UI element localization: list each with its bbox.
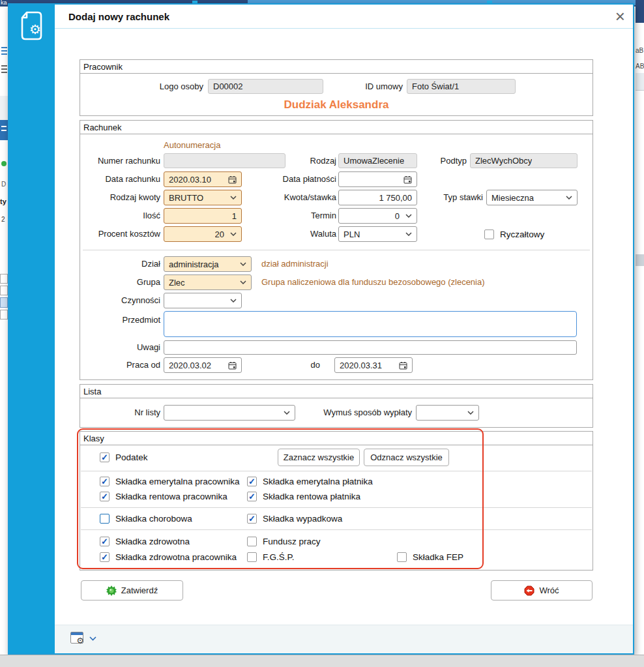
section-lista-title: Lista bbox=[80, 385, 593, 398]
termin-select[interactable]: 0 bbox=[338, 208, 417, 224]
fep-checkbox[interactable] bbox=[397, 552, 407, 562]
emerytalna-pracownika-label: Składka emerytalna pracownika bbox=[115, 477, 240, 486]
termin-label: Termin bbox=[211, 208, 336, 224]
zdrowotna-pracownika-label: Składka zdrowotna pracownika bbox=[115, 552, 237, 562]
podtyp-field[interactable]: ZlecWychObcy bbox=[470, 153, 578, 168]
podatek-checkbox[interactable]: ✓ bbox=[100, 452, 110, 462]
fgsp-row[interactable]: F.G.Ś.P. bbox=[247, 552, 295, 563]
grupa-label: Grupa bbox=[80, 274, 160, 290]
podatek-checkbox-row[interactable]: ✓ Podatek bbox=[100, 452, 148, 463]
czynnosci-select[interactable] bbox=[164, 293, 242, 308]
kwota-stawka-input[interactable]: 1 750,00 bbox=[338, 190, 417, 205]
ilosc-label: Ilość bbox=[80, 208, 160, 224]
id-umowy-field[interactable]: Foto Świat/1 bbox=[407, 79, 516, 94]
wypadkowa-row[interactable]: ✓ Składka wypadkowa bbox=[247, 513, 342, 524]
przedmiot-textarea[interactable] bbox=[164, 311, 577, 337]
odznacz-wszystkie-button[interactable]: Odznacz wszystkie bbox=[364, 449, 449, 466]
praca-od-field[interactable]: 2020.03.02 bbox=[164, 357, 242, 373]
ryczaltowy-checkbox-row[interactable]: Ryczałtowy bbox=[484, 229, 544, 240]
background-fragment bbox=[1, 65, 7, 67]
grupa-select[interactable]: Zlec bbox=[164, 274, 252, 290]
fep-row[interactable]: Składka FEP bbox=[397, 552, 463, 563]
calendar-icon[interactable] bbox=[403, 175, 412, 184]
typ-stawki-select[interactable]: Miesieczna bbox=[486, 190, 578, 205]
zdrowotna-pracownika-row[interactable]: ✓ Składka zdrowotna pracownika bbox=[100, 552, 237, 563]
zaznacz-wszystkie-button[interactable]: Zaznacz wszystkie bbox=[278, 449, 360, 466]
ryczaltowy-checkbox[interactable] bbox=[484, 230, 494, 239]
rentowa-platnika-row[interactable]: ✓ Składka rentowa płatnika bbox=[247, 491, 360, 502]
dzial-select[interactable]: administracja bbox=[164, 256, 252, 272]
window-settings-icon[interactable]: ⚙ bbox=[70, 632, 83, 644]
chorobowa-row[interactable]: Składka chorobowa bbox=[100, 513, 192, 524]
emerytalna-pracownika-checkbox[interactable]: ✓ bbox=[100, 477, 110, 486]
chevron-down-icon bbox=[284, 411, 290, 415]
fgsp-checkbox[interactable] bbox=[247, 552, 257, 562]
dialog-title: Dodaj nowy rachunek bbox=[68, 5, 169, 29]
background-fragment bbox=[1, 72, 7, 73]
zdrowotna-label: Składka zdrowotna bbox=[115, 537, 190, 546]
calendar-icon[interactable] bbox=[399, 361, 407, 370]
dialog-footer: ⚙ bbox=[55, 625, 633, 653]
svg-text:⚙: ⚙ bbox=[29, 22, 41, 37]
wroc-button[interactable]: Wróć bbox=[491, 580, 593, 600]
data-platnosci-field[interactable] bbox=[338, 171, 417, 187]
section-rachunek-title: Rachunek bbox=[80, 121, 593, 134]
background-fragment bbox=[0, 310, 8, 319]
emerytalna-platnika-row[interactable]: ✓ Składka emerytalna płatnika bbox=[247, 476, 373, 487]
waluta-label: Waluta bbox=[211, 226, 336, 242]
footer-chevron-down-icon[interactable] bbox=[89, 636, 96, 641]
autonumeracja-label: Autonumeracja bbox=[164, 140, 220, 150]
dialog-titlebar: Dodaj nowy rachunek bbox=[55, 5, 633, 29]
close-button[interactable]: × bbox=[615, 6, 625, 27]
rentowa-pracownika-row[interactable]: ✓ Składka rentowa pracownika bbox=[100, 491, 227, 502]
data-platnosci-label: Data płatności bbox=[211, 171, 336, 187]
divider bbox=[81, 507, 592, 508]
zdrowotna-pracownika-checkbox[interactable]: ✓ bbox=[100, 552, 110, 562]
background-fragment bbox=[0, 286, 8, 295]
zdrowotna-row[interactable]: ✓ Składka zdrowotna bbox=[100, 536, 190, 547]
calendar-icon[interactable] bbox=[228, 361, 237, 370]
rentowa-platnika-checkbox[interactable]: ✓ bbox=[247, 492, 257, 501]
praca-do-label: do bbox=[302, 357, 320, 373]
background-fragment bbox=[0, 274, 8, 284]
section-rachunek: Rachunek Autonumeracja Numer rachunku Ro… bbox=[80, 120, 593, 380]
rentowa-pracownika-checkbox[interactable]: ✓ bbox=[100, 492, 110, 501]
chevron-down-icon bbox=[566, 196, 572, 200]
uwagi-label: Uwagi bbox=[80, 340, 160, 355]
person-name: Dudziak Aleksandra bbox=[80, 98, 593, 111]
background-fragment bbox=[1, 161, 7, 166]
waluta-select[interactable]: PLN bbox=[338, 226, 417, 242]
background-fragment bbox=[636, 254, 644, 266]
chevron-down-icon bbox=[467, 411, 474, 415]
typ-stawki-label: Typ stawki bbox=[409, 190, 483, 205]
numer-rachunku-label: Numer rachunku bbox=[80, 153, 160, 169]
confirm-icon bbox=[106, 585, 117, 596]
emerytalna-platnika-checkbox[interactable]: ✓ bbox=[247, 477, 257, 486]
dialog-dodaj-nowy-rachunek: ⚙ Dodaj nowy rachunek × Pracownik Logo o… bbox=[8, 3, 634, 655]
nr-listy-select[interactable] bbox=[164, 405, 295, 421]
fgsp-label: F.G.Ś.P. bbox=[263, 552, 295, 562]
zatwierdz-button[interactable]: Zatwierdź bbox=[81, 580, 183, 600]
background-text: aB bbox=[636, 47, 643, 54]
dzial-label: Dział bbox=[80, 256, 160, 272]
rentowa-platnika-label: Składka rentowa płatnika bbox=[263, 492, 360, 501]
background-fragment bbox=[1, 53, 7, 55]
section-pracownik: Pracownik Logo osoby D00002 ID umowy Fot… bbox=[80, 59, 593, 116]
podatek-label: Podatek bbox=[115, 452, 148, 462]
chorobowa-checkbox[interactable] bbox=[100, 514, 110, 524]
background-fragment bbox=[0, 297, 8, 308]
background-fragment bbox=[636, 73, 644, 91]
uwagi-input[interactable] bbox=[164, 340, 577, 355]
background-text: AB bbox=[636, 63, 644, 70]
fundusz-pracy-checkbox[interactable] bbox=[247, 537, 257, 546]
fep-label: Składka FEP bbox=[413, 552, 463, 562]
podtyp-label: Podtyp bbox=[393, 153, 467, 169]
zdrowotna-checkbox[interactable]: ✓ bbox=[100, 537, 110, 546]
wypadkowa-checkbox[interactable]: ✓ bbox=[247, 514, 257, 524]
dialog-accent-sidebar: ⚙ bbox=[9, 5, 55, 653]
fundusz-pracy-row[interactable]: Fundusz pracy bbox=[247, 536, 321, 547]
wymus-sposob-wyplaty-select[interactable] bbox=[416, 405, 479, 421]
emerytalna-pracownika-row[interactable]: ✓ Składka emerytalna pracownika bbox=[100, 476, 240, 487]
wymus-sposob-wyplaty-label: Wymuś sposób wypłaty bbox=[314, 405, 412, 421]
praca-do-field[interactable]: 2020.03.31 bbox=[334, 357, 413, 373]
